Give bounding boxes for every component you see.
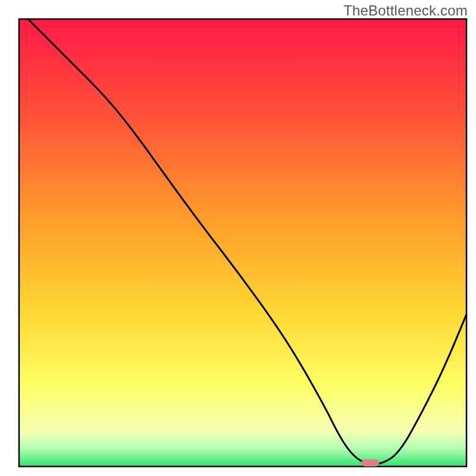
watermark-text: TheBottleneck.com (343, 2, 468, 19)
optimal-marker (361, 459, 379, 466)
chart-svg (0, 0, 476, 476)
plot-background (19, 19, 466, 466)
bottleneck-chart: TheBottleneck.com (0, 0, 476, 476)
